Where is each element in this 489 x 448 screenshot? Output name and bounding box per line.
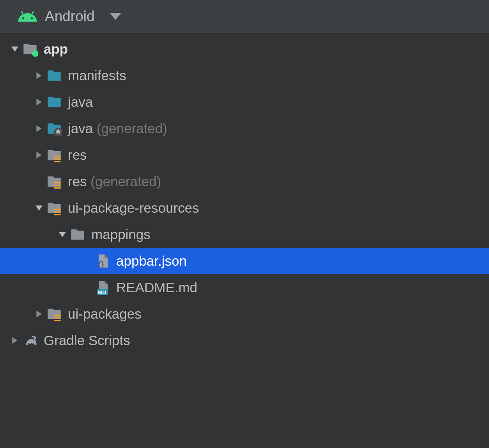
- tree-item-label: manifests: [68, 68, 126, 83]
- gradle-icon: [21, 333, 39, 348]
- svg-text:{}: {}: [98, 260, 104, 268]
- svg-rect-9: [54, 211, 61, 212]
- tree-item-manifests[interactable]: manifests: [0, 62, 489, 89]
- folder-icon: [45, 94, 63, 110]
- chevron-right-icon: [33, 98, 45, 106]
- svg-point-17: [33, 339, 34, 340]
- chevron-down-icon: [102, 11, 121, 22]
- tree-item-gradle-scripts[interactable]: Gradle Scripts: [0, 327, 489, 354]
- svg-rect-8: [54, 209, 61, 210]
- tree-item-label: res: [68, 174, 87, 189]
- tree-item-label: appbar.json: [116, 253, 187, 269]
- tree-item-readme-md[interactable]: MD README.md: [0, 274, 489, 301]
- module-folder-icon: [21, 41, 39, 57]
- chevron-right-icon: [33, 151, 45, 159]
- tree-item-ui-package-resources[interactable]: ui-package-resources: [0, 195, 489, 221]
- tree-item-res[interactable]: res: [0, 142, 489, 168]
- tree-item-label: mappings: [91, 227, 151, 242]
- chevron-down-icon: [56, 230, 69, 239]
- chevron-right-icon: [33, 310, 45, 318]
- chevron-right-icon: [33, 124, 45, 133]
- chevron-down-icon: [33, 204, 45, 212]
- tree-item-label: java: [68, 121, 93, 136]
- svg-rect-14: [54, 315, 61, 316]
- project-view-header[interactable]: Android: [0, 0, 489, 34]
- tree-item-label: ui-package-resources: [68, 200, 199, 216]
- tree-item-appbar-json[interactable]: {} appbar.json: [0, 248, 489, 274]
- svg-rect-5: [54, 182, 61, 183]
- project-tree: app manifests java java (generated): [0, 34, 489, 354]
- tree-item-label: Gradle Scripts: [44, 333, 130, 348]
- tree-item-res-generated[interactable]: res (generated): [0, 168, 489, 195]
- markdown-file-icon: MD: [94, 280, 112, 295]
- tree-item-label: README.md: [116, 280, 197, 295]
- tree-item-label: app: [44, 41, 68, 57]
- svg-rect-2: [54, 156, 61, 157]
- tree-item-mappings[interactable]: mappings: [0, 221, 489, 248]
- tree-item-label: res: [68, 147, 87, 163]
- svg-rect-6: [54, 185, 61, 186]
- folder-icon: [45, 68, 63, 83]
- chevron-down-icon: [9, 45, 21, 53]
- tree-item-java[interactable]: java: [0, 89, 489, 115]
- resource-folder-icon: [45, 174, 63, 189]
- resource-folder-icon: [45, 147, 63, 163]
- svg-rect-15: [54, 317, 61, 318]
- view-selector-label: Android: [45, 8, 95, 25]
- tree-item-suffix: (generated): [87, 174, 161, 189]
- folder-icon: [69, 227, 87, 242]
- tree-item-ui-packages[interactable]: ui-packages: [0, 301, 489, 327]
- svg-rect-3: [54, 158, 61, 159]
- tree-item-label: ui-packages: [68, 306, 142, 322]
- svg-rect-7: [54, 187, 61, 189]
- tree-item-app[interactable]: app: [0, 36, 489, 62]
- chevron-right-icon: [9, 336, 21, 345]
- tree-item-label: java: [68, 94, 93, 110]
- tree-item-java-generated[interactable]: java (generated): [0, 115, 489, 142]
- svg-rect-16: [54, 320, 61, 321]
- svg-text:MD: MD: [98, 289, 106, 295]
- tree-item-suffix: (generated): [93, 121, 167, 136]
- generated-folder-icon: [45, 121, 63, 136]
- svg-rect-10: [54, 214, 61, 215]
- chevron-right-icon: [33, 71, 45, 80]
- resource-folder-icon: [45, 200, 63, 216]
- resource-folder-icon: [45, 306, 63, 322]
- json-file-icon: {}: [94, 253, 112, 269]
- android-icon: [17, 6, 38, 27]
- svg-rect-4: [54, 161, 61, 162]
